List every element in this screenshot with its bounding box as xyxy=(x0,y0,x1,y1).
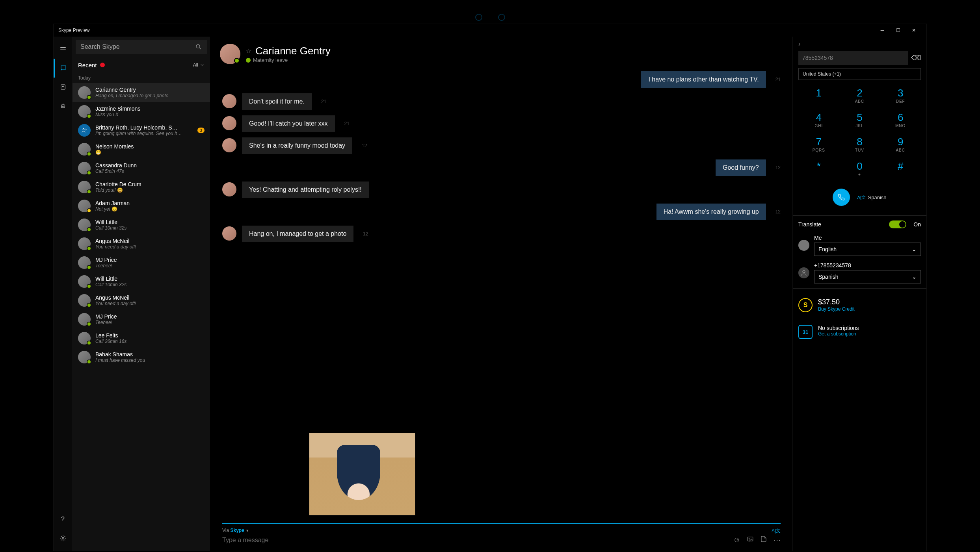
dialpad-key-9[interactable]: 9ABC xyxy=(880,132,921,156)
help-icon[interactable]: ? xyxy=(54,510,73,529)
call-language[interactable]: A|文Spanish xyxy=(857,194,886,200)
contact-preview: You need a day off! xyxy=(95,244,205,250)
message-bubble[interactable]: Don't spoil it for me. xyxy=(242,93,312,110)
presence-indicator xyxy=(87,303,91,307)
conversation-item[interactable]: Nelson Morales😁 xyxy=(73,140,210,159)
conversation-item[interactable]: Carianne GentryHang on, I managed to get… xyxy=(73,83,210,102)
message-bubble[interactable]: Yes! Chatting and attempting roly polys!… xyxy=(242,182,369,198)
message-avatar xyxy=(222,138,236,152)
contact-name: Babak Shamas xyxy=(95,351,205,358)
phone-number-input[interactable]: 7855234578 xyxy=(798,51,908,65)
conversation-item[interactable]: Brittany Roth, Lucy Holcomb, S…I'm going… xyxy=(73,121,210,140)
conversation-item[interactable]: Charlotte De CrumTold you!! 😄 xyxy=(73,178,210,196)
me-language-select[interactable]: English⌄ xyxy=(814,243,921,256)
dialpad-key-#[interactable]: # xyxy=(880,156,921,181)
presence-indicator xyxy=(87,170,91,175)
dialpad-key-8[interactable]: 8TUV xyxy=(839,132,880,156)
contact-avatar xyxy=(78,181,91,193)
conversation-item[interactable]: MJ PriceTeehee! xyxy=(73,253,210,272)
conversation-item[interactable]: Adam JarmanNot yet 😔 xyxy=(73,196,210,215)
call-button[interactable] xyxy=(833,189,850,206)
get-subscription-link[interactable]: Get a subscription xyxy=(818,331,859,337)
contact-name: Charlotte De Crum xyxy=(95,181,205,187)
message-bubble[interactable]: She's in a really funny mood today xyxy=(242,137,352,154)
translate-toggle[interactable] xyxy=(889,220,906,228)
emoji-icon[interactable]: ☺ xyxy=(733,536,740,544)
message-timestamp: 12 xyxy=(775,209,781,215)
contact-preview: Call 10min 32s xyxy=(95,225,205,231)
presence-indicator xyxy=(87,95,91,100)
conversation-item[interactable]: Lee FeltsCall 26min 16s xyxy=(73,329,210,348)
close-button[interactable]: ✕ xyxy=(906,24,922,36)
contacts-icon[interactable] xyxy=(54,78,73,96)
dialpad-key-6[interactable]: 6MNO xyxy=(880,107,921,132)
contact-name: Jazmine Simmons xyxy=(95,106,205,112)
conversation-item[interactable]: Angus McNeilYou need a day off! xyxy=(73,234,210,253)
message-bubble[interactable]: I have no plans other than watching TV. xyxy=(641,71,766,88)
search-input[interactable]: Search Skype xyxy=(76,40,207,54)
conversation-item[interactable]: Jazmine SimmonsMiss you X xyxy=(73,102,210,121)
presence-indicator xyxy=(87,359,91,364)
message-incoming: Good! I'll catch you later xxx21 xyxy=(222,115,781,132)
unread-dot xyxy=(100,63,105,67)
contact-avatar xyxy=(78,313,91,326)
attach-image-icon[interactable] xyxy=(747,535,754,545)
contact-avatar xyxy=(78,143,91,156)
svg-point-11 xyxy=(803,270,805,273)
attach-file-icon[interactable] xyxy=(760,535,767,545)
conversation-item[interactable]: Babak ShamasI must have missed you xyxy=(73,348,210,367)
photo-attachment[interactable] xyxy=(309,433,415,515)
filter-dropdown[interactable]: All xyxy=(193,62,205,68)
dialpad-key-5[interactable]: 5JKL xyxy=(839,107,880,132)
svg-point-10 xyxy=(749,538,750,539)
svg-point-1 xyxy=(62,86,63,87)
message-bubble[interactable]: Good funny? xyxy=(716,159,766,176)
menu-icon[interactable] xyxy=(54,40,73,59)
dialpad-key-0[interactable]: 0+ xyxy=(839,156,880,181)
dialpad-key-7[interactable]: 7PQRS xyxy=(798,132,839,156)
chat-title: Carianne Gentry xyxy=(255,45,331,57)
country-select[interactable]: United States (+1) xyxy=(798,68,921,80)
contact-name: Nelson Morales xyxy=(95,143,205,150)
buy-credit-link[interactable]: Buy Skype Credit xyxy=(818,306,855,312)
contact-language-select[interactable]: Spanish⌄ xyxy=(814,270,921,283)
dialpad-key-2[interactable]: 2ABC xyxy=(839,83,880,107)
chat-icon[interactable] xyxy=(54,59,73,78)
dialpad-key-1[interactable]: 1 xyxy=(798,83,839,107)
maximize-button[interactable]: ☐ xyxy=(890,24,906,36)
dialpad-key-3[interactable]: 3DEF xyxy=(880,83,921,107)
conversation-item[interactable]: Angus McNeilYou need a day off! xyxy=(73,291,210,310)
more-icon[interactable]: ⋯ xyxy=(774,536,781,545)
chat-avatar[interactable] xyxy=(220,44,240,64)
backspace-icon[interactable]: ⌫ xyxy=(911,54,921,62)
message-input[interactable]: Type a message xyxy=(222,537,727,544)
contact-name: Will Little xyxy=(95,276,205,282)
credit-icon: S xyxy=(798,298,813,312)
message-avatar xyxy=(222,94,236,108)
message-timestamp: 12 xyxy=(363,231,368,237)
conversation-item[interactable]: Will LittleCall 10min 32s xyxy=(73,215,210,234)
contact-name: Angus McNeil xyxy=(95,238,205,244)
minimize-button[interactable]: ─ xyxy=(874,24,890,36)
message-bubble[interactable]: Hang on, I managed to get a photo xyxy=(242,226,353,242)
collapse-panel-icon[interactable]: › xyxy=(798,41,921,48)
conversation-item[interactable]: Cassandra DunnCall 5min 47s xyxy=(73,159,210,178)
presence-indicator xyxy=(87,227,91,232)
message-outgoing: Good funny?12 xyxy=(222,159,781,176)
translate-icon[interactable]: A|文 xyxy=(772,528,781,534)
presence-indicator xyxy=(87,208,91,213)
conversation-item[interactable]: MJ PriceTeehee! xyxy=(73,310,210,329)
message-bubble[interactable]: Good! I'll catch you later xxx xyxy=(242,115,335,132)
settings-icon[interactable] xyxy=(54,529,73,548)
presence-indicator xyxy=(87,322,91,326)
dialpad-key-*[interactable]: * xyxy=(798,156,839,181)
conversation-item[interactable]: Will LittleCall 10min 32s xyxy=(73,272,210,291)
bots-icon[interactable] xyxy=(54,96,73,115)
favorite-icon[interactable]: ☆ xyxy=(246,47,251,55)
message-outgoing: Ha! Awwm she's really growing up12 xyxy=(222,204,781,220)
window-title: Skype Preview xyxy=(58,28,89,33)
via-label[interactable]: Via Skype ▼ A|文 xyxy=(222,528,781,533)
svg-point-6 xyxy=(196,44,200,48)
message-bubble[interactable]: Ha! Awwm she's really growing up xyxy=(656,204,766,220)
dialpad-key-4[interactable]: 4GHI xyxy=(798,107,839,132)
